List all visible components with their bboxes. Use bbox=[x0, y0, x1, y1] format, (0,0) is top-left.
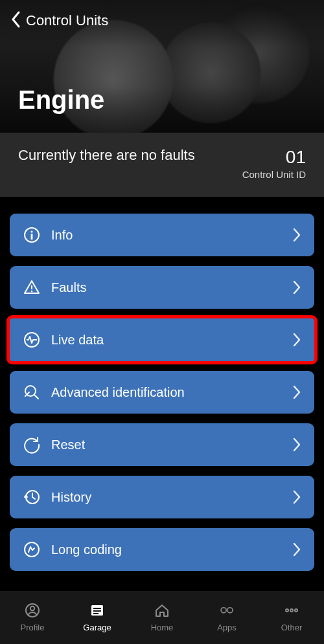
svg-point-19 bbox=[295, 609, 297, 612]
control-unit-id-value: 01 bbox=[242, 147, 306, 168]
menu-item-label: Long coding bbox=[51, 542, 122, 557]
nav-garage[interactable]: Garage bbox=[65, 591, 130, 644]
svg-point-18 bbox=[290, 609, 293, 612]
nav-label: Home bbox=[151, 623, 174, 632]
nav-label: Profile bbox=[21, 623, 45, 632]
menu-item-info[interactable]: Info bbox=[10, 214, 314, 256]
chevron-right-icon bbox=[292, 385, 301, 399]
menu-item-history[interactable]: History bbox=[10, 476, 314, 518]
coding-icon bbox=[23, 540, 41, 559]
nav-home[interactable]: Home bbox=[130, 591, 194, 644]
other-icon bbox=[283, 603, 300, 618]
menu-item-label: History bbox=[51, 490, 91, 505]
menu-item-faults[interactable]: Faults bbox=[10, 266, 314, 309]
chevron-right-icon bbox=[292, 280, 301, 294]
nav-label: Garage bbox=[83, 623, 111, 632]
svg-point-16 bbox=[227, 608, 233, 613]
svg-rect-14 bbox=[93, 613, 98, 614]
history-icon bbox=[23, 488, 41, 506]
chevron-left-icon bbox=[10, 10, 22, 31]
nav-other[interactable]: Other bbox=[259, 591, 324, 644]
profile-icon bbox=[24, 603, 41, 618]
menu-item-label: Info bbox=[51, 228, 73, 243]
chevron-right-icon bbox=[292, 542, 301, 557]
info-icon bbox=[23, 226, 41, 244]
hero-header: Control Units Engine bbox=[0, 0, 324, 133]
chevron-right-icon bbox=[292, 333, 301, 347]
menu-item-advanced-identification[interactable]: Advanced identification bbox=[10, 371, 314, 414]
svg-point-1 bbox=[30, 230, 32, 232]
nav-label: Other bbox=[281, 623, 303, 632]
reset-icon bbox=[23, 436, 41, 454]
svg-point-4 bbox=[31, 291, 33, 293]
svg-point-10 bbox=[30, 606, 34, 610]
menu-item-label: Advanced identification bbox=[51, 385, 185, 400]
faults-status-text: Currently there are no faults bbox=[18, 147, 195, 164]
advanced-icon bbox=[23, 383, 41, 401]
home-icon bbox=[154, 603, 170, 618]
nav-profile[interactable]: Profile bbox=[0, 591, 65, 644]
back-button[interactable]: Control Units bbox=[5, 6, 113, 35]
apps-icon bbox=[218, 603, 235, 618]
status-bar: Currently there are no faults 01 Control… bbox=[0, 133, 324, 197]
nav-label: Apps bbox=[217, 623, 237, 632]
svg-point-15 bbox=[221, 608, 226, 613]
live-data-icon bbox=[23, 331, 41, 349]
svg-rect-12 bbox=[93, 608, 101, 609]
menu-item-live-data[interactable]: Live data bbox=[6, 315, 318, 364]
chevron-right-icon bbox=[292, 490, 301, 504]
chevron-right-icon bbox=[292, 438, 301, 452]
nav-apps[interactable]: Apps bbox=[194, 591, 259, 644]
menu-item-label: Faults bbox=[51, 280, 86, 295]
control-unit-id-label: Control Unit ID bbox=[242, 169, 306, 180]
menu-item-long-coding[interactable]: Long coding bbox=[10, 528, 314, 571]
page-title: Engine bbox=[18, 85, 104, 115]
menu-item-label: Live data bbox=[51, 333, 104, 348]
svg-rect-3 bbox=[31, 285, 32, 289]
back-label: Control Units bbox=[26, 12, 108, 29]
svg-rect-2 bbox=[31, 234, 33, 239]
faults-icon bbox=[23, 278, 41, 296]
svg-rect-13 bbox=[93, 610, 101, 612]
bottom-nav: Profile Garage Home Apps Other bbox=[0, 591, 324, 644]
chevron-right-icon bbox=[292, 228, 301, 242]
menu-item-reset[interactable]: Reset bbox=[10, 423, 314, 466]
garage-icon bbox=[89, 603, 106, 618]
menu-item-label: Reset bbox=[51, 438, 85, 452]
svg-point-17 bbox=[286, 609, 288, 612]
menu-list: Info Faults Live data Advanced identific… bbox=[0, 197, 324, 571]
